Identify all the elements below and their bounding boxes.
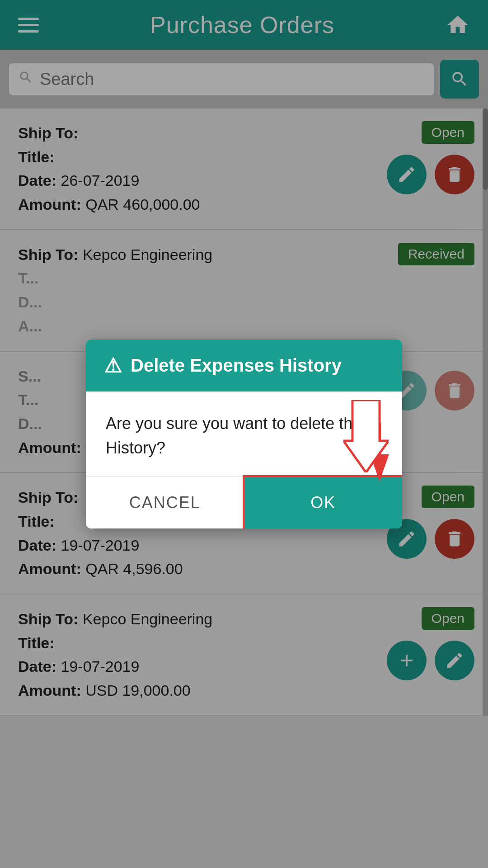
modal-footer: CANCEL OK — [86, 476, 402, 528]
modal-header: ⚠ Delete Expenses History — [86, 340, 402, 392]
modal-ok-button[interactable]: OK — [244, 477, 403, 528]
modal-body-text: Are you sure you want to delete this His… — [106, 411, 382, 460]
modal-overlay: ⚠ Delete Expenses History Are you sure y… — [0, 0, 488, 868]
modal-cancel-button[interactable]: CANCEL — [86, 477, 244, 528]
modal-body: Are you sure you want to delete this His… — [86, 392, 402, 460]
warning-icon: ⚠ — [104, 354, 122, 377]
delete-confirm-modal: ⚠ Delete Expenses History Are you sure y… — [86, 340, 402, 528]
modal-ok-label: OK — [310, 493, 336, 512]
modal-title: Delete Expenses History — [131, 355, 342, 376]
